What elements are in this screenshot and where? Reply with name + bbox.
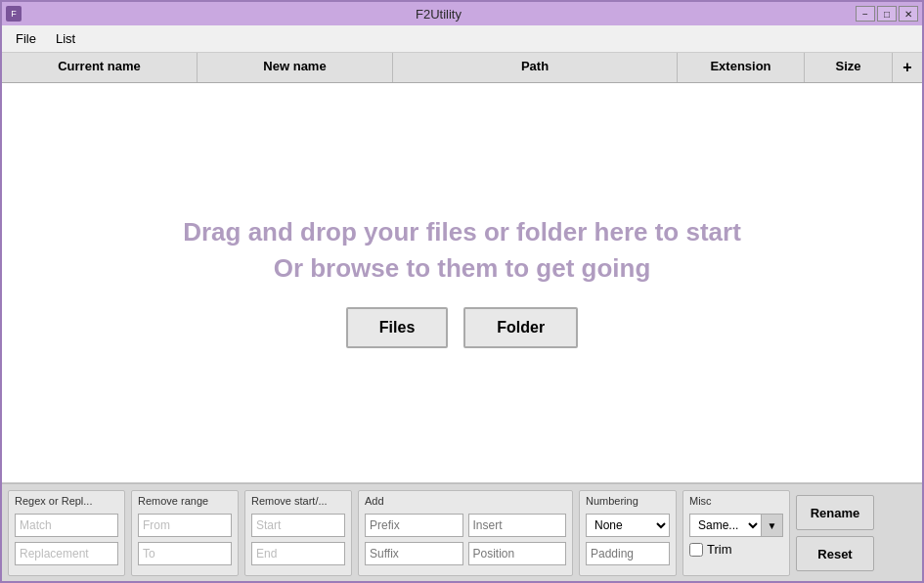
rename-button[interactable]: Rename (796, 495, 874, 530)
misc-group: Misc Same... ▼ Trim (682, 490, 790, 576)
column-new-name: New name (198, 53, 393, 82)
regex-group-label: Regex or Repl... (15, 495, 118, 507)
padding-input[interactable] (586, 542, 670, 565)
add-group-label: Add (365, 495, 566, 507)
restore-button[interactable]: □ (877, 6, 897, 22)
files-button[interactable]: Files (346, 307, 448, 348)
remove-start-group: Remove start/... (244, 490, 352, 576)
app-icon: F (6, 6, 22, 22)
from-input[interactable] (138, 514, 232, 537)
menu-list[interactable]: List (46, 27, 85, 50)
trim-label: Trim (707, 542, 732, 557)
column-extension: Extension (678, 53, 805, 82)
misc-dropdown-button[interactable]: ▼ (762, 514, 783, 537)
drop-text-sub: Or browse to them to get going (274, 253, 651, 284)
start-input[interactable] (251, 514, 345, 537)
browse-buttons: Files Folder (346, 307, 578, 348)
trim-checkbox[interactable] (689, 543, 703, 557)
close-button[interactable]: ✕ (899, 6, 918, 22)
end-input[interactable] (251, 542, 345, 565)
add-column-button[interactable]: + (893, 53, 922, 82)
replacement-input[interactable] (15, 542, 118, 565)
action-buttons: Rename Reset (796, 490, 874, 576)
remove-range-group: Remove range (131, 490, 239, 576)
window-title: F2Utility (22, 7, 856, 22)
title-bar: F F2Utility − □ ✕ (2, 2, 922, 25)
add-row-top (365, 514, 566, 537)
misc-select-row: Same... ▼ (689, 514, 783, 537)
bottom-panel: Regex or Repl... Remove range Remove sta… (2, 483, 922, 581)
misc-select[interactable]: Same... (689, 514, 762, 537)
remove-range-label: Remove range (138, 495, 232, 507)
menu-bar: File List (2, 25, 922, 53)
drop-area: Drag and drop your files or folder here … (2, 83, 922, 483)
trim-row: Trim (689, 542, 783, 557)
add-group: Add (358, 490, 573, 576)
remove-start-label: Remove start/... (251, 495, 345, 507)
column-path: Path (393, 53, 678, 82)
folder-button[interactable]: Folder (463, 307, 578, 348)
position-input[interactable] (468, 542, 567, 565)
misc-label: Misc (689, 495, 783, 507)
add-row-bottom (365, 542, 566, 565)
match-input[interactable] (15, 514, 118, 537)
minimize-button[interactable]: − (856, 6, 875, 22)
menu-file[interactable]: File (6, 27, 46, 50)
to-input[interactable] (138, 542, 232, 565)
main-window: F F2Utility − □ ✕ File List Current name… (0, 0, 924, 583)
window-controls: − □ ✕ (856, 6, 918, 22)
prefix-input[interactable] (365, 514, 463, 537)
numbering-label: Numbering (586, 495, 670, 507)
column-current-name: Current name (2, 53, 198, 82)
drop-text-main: Drag and drop your files or folder here … (183, 217, 741, 247)
insert-input[interactable] (468, 514, 567, 537)
numbering-select[interactable]: None (586, 514, 670, 537)
column-size: Size (805, 53, 893, 82)
suffix-input[interactable] (365, 542, 463, 565)
regex-group: Regex or Repl... (8, 490, 125, 576)
numbering-group: Numbering None (579, 490, 677, 576)
table-header: Current name New name Path Extension Siz… (2, 53, 922, 83)
reset-button[interactable]: Reset (796, 536, 874, 571)
